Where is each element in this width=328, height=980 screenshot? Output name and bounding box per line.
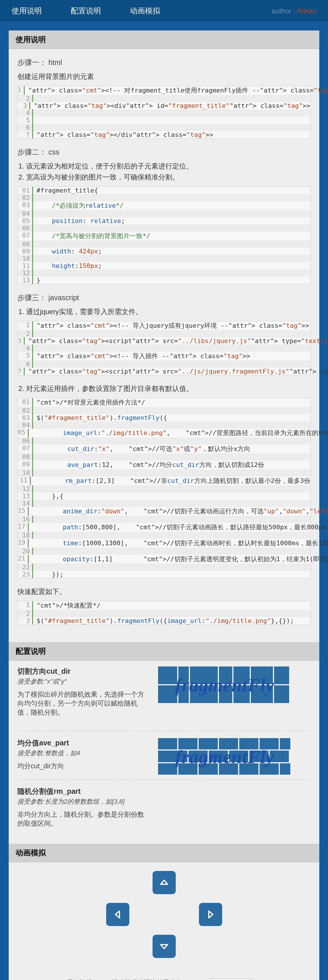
frag-preview-2: fragmentFly xyxy=(158,738,291,776)
cfg2-args: 接受参数:整数值，如4 xyxy=(18,749,150,757)
chevron-right-icon xyxy=(204,908,217,921)
frag-label-1: fragmentFly xyxy=(158,667,291,704)
step3-li1: 通过jquery实现，需要导入所需文件。 xyxy=(26,307,310,317)
step2-li1: 该元素设为相对定位，便于分割后的子元素进行定位。 xyxy=(26,162,310,171)
code-block-2: 01#fragment_title{0203 /*必须设为relative*/0… xyxy=(18,186,310,284)
cfg2-desc: 均分cut_dir方向 xyxy=(18,762,150,771)
dir-down-button[interactable] xyxy=(153,935,176,958)
dir-left-button[interactable] xyxy=(106,903,129,926)
cfg1-title: 切割方向cut_dir xyxy=(18,667,150,676)
cfg3-title: 随机分割值rm_part xyxy=(18,787,150,796)
cfg3-args: 接受参数:长度为2的整数数组，如[3,8] xyxy=(18,797,150,806)
chevron-up-icon xyxy=(158,876,170,889)
form-row: 最短路径(px)运动路径的可能的最小值 xyxy=(54,978,274,980)
frag-preview-1: fragmentFly xyxy=(158,667,291,704)
step2-li2: 宽高设为与被分割的图片一致，可确保精准分割。 xyxy=(26,173,310,182)
step1-desc: 创建运用背景图片的元素 xyxy=(18,72,310,81)
top-nav: 使用说明 配置说明 动画模拟 author : Ahkari xyxy=(0,0,328,22)
author-label: author : xyxy=(271,7,295,15)
frag-label-2: fragmentFly xyxy=(158,738,291,776)
dir-up-button[interactable] xyxy=(153,871,176,894)
code-block-1: 1"attr"> class="cmt"><!-- 对fragment_titl… xyxy=(18,86,310,138)
section-anim-header: 动画模拟 xyxy=(9,844,319,862)
nav-usage[interactable]: 使用说明 xyxy=(11,6,42,16)
chevron-down-icon xyxy=(158,940,170,953)
code-block-5: 1"cmt">/*快速配置*/23$("#fragment_title").fr… xyxy=(18,601,310,625)
form-input[interactable] xyxy=(210,978,251,980)
dir-right-button[interactable] xyxy=(199,903,222,926)
quick-label: 快速配置如下。 xyxy=(18,587,310,596)
anim-form: 最短路径(px)运动路径的可能的最小值最长路径(px)运动路径的可能的最大值最短… xyxy=(54,975,274,980)
cfg3-desc: 非均分方向上，随机分割。参数是分割份数的取值区间。 xyxy=(18,810,150,828)
form-desc: 运动路径的可能的最小值 xyxy=(112,978,210,980)
code-block-4: 01"cmt">/*对背景元素使用插件方法*/0203$("#fragment_… xyxy=(18,398,310,578)
nav-anim[interactable]: 动画模拟 xyxy=(130,6,160,16)
step3-li2: 对元素运用插件，参数设置除了图片目录都有默认值。 xyxy=(26,384,310,393)
chevron-left-icon xyxy=(111,908,124,921)
form-key: 最短路径(px) xyxy=(54,978,112,980)
step2-label: 步骤二： css xyxy=(18,147,310,157)
step1-label: 步骤一： html xyxy=(18,58,310,67)
cfg2-title: 均分值ave_part xyxy=(18,738,150,748)
nav-config[interactable]: 配置说明 xyxy=(71,6,101,16)
section-usage-header: 使用说明 xyxy=(9,30,319,49)
author: author : Ahkari xyxy=(271,7,317,15)
cfg1-desc: 为了模拟出碎片的随机效果，先选择一个方向均匀分割，另一个方向则可以赋给随机值，随… xyxy=(18,690,150,717)
step3-label: 步骤三： javascript xyxy=(18,293,310,302)
code-block-3: 1"attr"> class="cmt"><!-- 导入jquery或有jque… xyxy=(18,321,310,375)
section-config-header: 配置说明 xyxy=(9,642,319,661)
cfg1-args: 接受参数:"x"或"y" xyxy=(18,677,150,686)
author-link[interactable]: Ahkari xyxy=(297,7,317,15)
